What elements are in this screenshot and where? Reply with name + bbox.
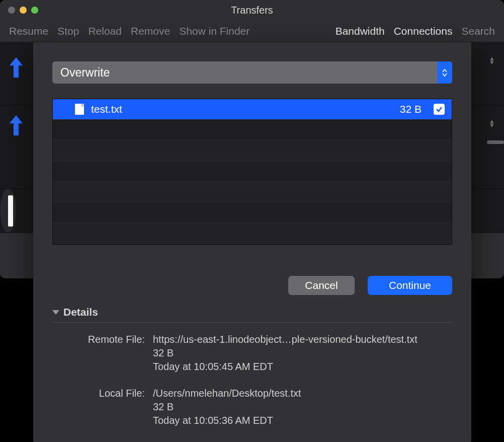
local-file-time: Today at 10:05:36 AM EDT xyxy=(153,415,452,426)
overwrite-dialog: Overwrite test.txt 32 B Cancel Continue … xyxy=(33,42,471,442)
remote-file-time: Today at 10:05:45 AM EDT xyxy=(153,361,452,373)
bandwidth-button[interactable]: Bandwidth xyxy=(335,25,385,37)
toolbar: Resume Stop Reload Remove Show in Finder… xyxy=(0,20,504,42)
remote-file-path: https://us-east-1.linodeobject…ple-versi… xyxy=(153,334,452,345)
maximize-window-button[interactable] xyxy=(31,7,38,14)
local-file-path: /Users/nmelehan/Desktop/test.txt xyxy=(153,388,452,399)
sort-handle-icon[interactable]: ▲▼ xyxy=(489,119,495,127)
window-title: Transfers xyxy=(231,5,273,16)
search-button[interactable]: Search xyxy=(461,25,495,37)
document-thumbnail-icon xyxy=(8,195,13,227)
local-file-label: Local File: xyxy=(52,388,153,399)
file-row[interactable]: test.txt 32 B xyxy=(53,99,452,120)
details-heading: Details xyxy=(63,306,98,318)
resume-button[interactable]: Resume xyxy=(9,25,48,37)
file-row-empty xyxy=(53,223,452,244)
titlebar: Transfers xyxy=(0,0,504,20)
file-row-empty xyxy=(53,120,452,140)
dropdown-selected-label: Overwrite xyxy=(60,66,110,80)
file-name: test.txt xyxy=(91,103,393,115)
details-section: Details Remote File: https://us-east-1.l… xyxy=(52,306,452,426)
progress-bar xyxy=(487,140,504,144)
file-checkbox[interactable] xyxy=(434,104,445,115)
local-file-size: 32 B xyxy=(153,401,452,413)
file-icon xyxy=(75,104,84,115)
chevron-up-down-icon xyxy=(437,61,452,84)
file-row-empty xyxy=(53,140,452,161)
disclosure-triangle-icon xyxy=(52,310,59,315)
cancel-button[interactable]: Cancel xyxy=(288,276,355,295)
details-header[interactable]: Details xyxy=(52,306,452,323)
transfer-row[interactable]: xt xyxy=(0,189,16,233)
upload-arrow-icon xyxy=(8,56,24,79)
traffic-lights xyxy=(8,7,38,14)
action-dropdown[interactable]: Overwrite xyxy=(52,61,452,84)
close-window-button[interactable] xyxy=(8,7,15,14)
file-row-empty xyxy=(53,182,452,202)
remote-file-label: Remote File: xyxy=(52,334,153,345)
continue-button[interactable]: Continue xyxy=(368,276,452,295)
file-size: 32 B xyxy=(400,103,422,115)
sort-handle-icon[interactable]: ▲▼ xyxy=(489,56,495,64)
reload-button[interactable]: Reload xyxy=(88,25,122,37)
minimize-window-button[interactable] xyxy=(20,7,27,14)
conflict-file-list: test.txt 32 B xyxy=(52,99,452,245)
remove-button[interactable]: Remove xyxy=(131,25,170,37)
stop-button[interactable]: Stop xyxy=(57,25,79,37)
show-in-finder-button[interactable]: Show in Finder xyxy=(179,25,249,37)
file-row-empty xyxy=(53,161,452,182)
file-row-empty xyxy=(53,202,452,223)
connections-button[interactable]: Connections xyxy=(394,25,453,37)
upload-arrow-icon xyxy=(8,114,24,136)
dialog-buttons: Cancel Continue xyxy=(52,276,452,295)
remote-file-size: 32 B xyxy=(153,347,452,359)
